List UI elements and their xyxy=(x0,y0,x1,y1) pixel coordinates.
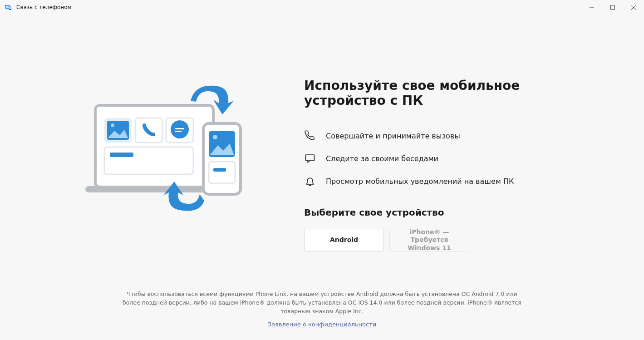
svg-rect-16 xyxy=(110,153,133,157)
feature-text: Просмотр мобильных уведомлений на вашем … xyxy=(326,177,514,186)
footer: Чтобы воспользоваться всеми функциями Ph… xyxy=(0,290,644,329)
svg-rect-21 xyxy=(213,168,226,172)
phone-icon xyxy=(304,130,316,142)
svg-point-19 xyxy=(213,135,217,139)
feature-notifications: Просмотр мобильных уведомлений на вашем … xyxy=(304,175,603,187)
close-button[interactable] xyxy=(623,0,644,15)
feature-calls: Совершайте и принимайте вызовы xyxy=(304,130,603,142)
hero-illustration xyxy=(41,64,286,251)
iphone-button: iPhone® — Требуется Windows 11 xyxy=(389,229,469,251)
chat-icon xyxy=(304,153,316,164)
window-controls xyxy=(581,0,644,15)
maximize-button[interactable] xyxy=(602,0,623,15)
svg-rect-4 xyxy=(611,5,615,10)
feature-text: Совершайте и принимайте вызовы xyxy=(326,132,460,140)
svg-point-9 xyxy=(111,123,114,127)
android-button[interactable]: Android xyxy=(304,229,384,251)
minimize-button[interactable] xyxy=(581,0,602,15)
choose-device-heading: Выберите свое устройство xyxy=(304,207,603,218)
disclaimer-text: Чтобы воспользоваться всеми функциями Ph… xyxy=(118,290,526,315)
content-area: Используйте свое мобильное устройство с … xyxy=(0,15,644,251)
device-buttons: Android iPhone® — Требуется Windows 11 xyxy=(304,229,603,251)
bell-icon xyxy=(304,175,316,187)
svg-rect-14 xyxy=(175,131,182,132)
svg-rect-20 xyxy=(209,162,235,183)
app-icon xyxy=(5,4,12,11)
feature-text: Следите за своими беседами xyxy=(326,154,438,163)
privacy-link[interactable]: Заявление о конфиденциальности xyxy=(268,320,376,329)
svg-rect-3 xyxy=(9,6,11,9)
svg-rect-22 xyxy=(306,155,315,161)
title-bar: Связь с телефоном xyxy=(0,0,644,15)
feature-messages: Следите за своими беседами xyxy=(304,153,603,164)
svg-rect-13 xyxy=(175,128,184,129)
app-title: Связь с телефоном xyxy=(16,4,72,10)
headline: Используйте свое мобильное устройство с … xyxy=(304,78,603,108)
right-panel: Используйте свое мобильное устройство с … xyxy=(304,64,603,251)
svg-rect-15 xyxy=(104,147,193,174)
title-bar-left: Связь с телефоном xyxy=(5,4,72,11)
